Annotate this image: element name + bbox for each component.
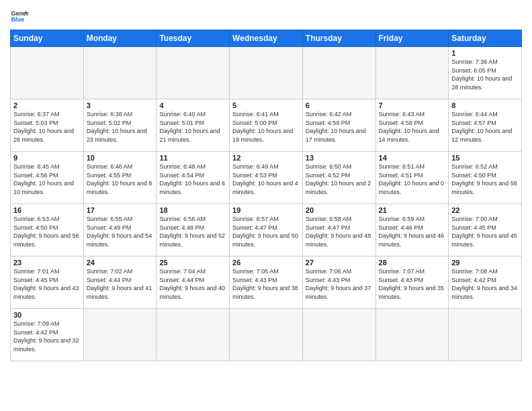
day-number: 15: [451, 154, 519, 162]
day-number: 7: [379, 101, 446, 109]
calendar-day-cell: 21Sunrise: 6:59 AM Sunset: 4:46 PM Dayli…: [375, 204, 449, 257]
day-info: Sunrise: 6:55 AM Sunset: 4:49 PM Dayligh…: [87, 215, 154, 248]
day-info: Sunrise: 7:05 AM Sunset: 4:43 PM Dayligh…: [232, 267, 300, 301]
day-info: Sunrise: 6:46 AM Sunset: 4:55 PM Dayligh…: [87, 163, 154, 196]
day-number: 23: [13, 259, 81, 267]
calendar-table: SundayMondayTuesdayWednesdayThursdayFrid…: [10, 30, 522, 361]
calendar-day-cell: 19Sunrise: 6:57 AM Sunset: 4:47 PM Dayli…: [230, 204, 303, 257]
calendar-day-cell: 10Sunrise: 6:46 AM Sunset: 4:55 PM Dayli…: [83, 152, 157, 204]
calendar-day-cell: 9Sunrise: 6:45 AM Sunset: 4:56 PM Daylig…: [11, 152, 84, 204]
day-info: Sunrise: 7:02 AM Sunset: 4:44 PM Dayligh…: [87, 267, 154, 301]
logo: General Blue: [10, 7, 29, 26]
calendar-day-cell: 20Sunrise: 6:58 AM Sunset: 4:47 PM Dayli…: [302, 204, 375, 257]
day-number: 16: [13, 206, 81, 214]
calendar-day-cell: 30Sunrise: 7:09 AM Sunset: 4:42 PM Dayli…: [11, 309, 84, 361]
day-info: Sunrise: 6:45 AM Sunset: 4:56 PM Dayligh…: [13, 163, 81, 196]
day-info: Sunrise: 7:04 AM Sunset: 4:44 PM Dayligh…: [159, 267, 226, 301]
calendar-day-cell: [375, 47, 449, 99]
calendar-header-row: SundayMondayTuesdayWednesdayThursdayFrid…: [11, 30, 522, 47]
calendar-day-cell: 12Sunrise: 6:49 AM Sunset: 4:53 PM Dayli…: [230, 152, 303, 204]
calendar-week-row: 23Sunrise: 7:01 AM Sunset: 4:45 PM Dayli…: [11, 257, 522, 309]
day-number: 9: [13, 154, 81, 162]
day-number: 28: [379, 259, 446, 267]
calendar-day-cell: 22Sunrise: 7:00 AM Sunset: 4:45 PM Dayli…: [449, 204, 522, 257]
day-info: Sunrise: 6:50 AM Sunset: 4:52 PM Dayligh…: [306, 163, 373, 196]
day-number: 27: [306, 259, 373, 267]
calendar-day-cell: 3Sunrise: 6:38 AM Sunset: 5:02 PM Daylig…: [83, 99, 157, 152]
day-of-week-header: Saturday: [449, 30, 522, 47]
calendar-day-cell: 5Sunrise: 6:41 AM Sunset: 5:00 PM Daylig…: [230, 99, 303, 152]
day-info: Sunrise: 7:00 AM Sunset: 4:45 PM Dayligh…: [451, 215, 519, 248]
header: General Blue: [10, 7, 522, 26]
day-info: Sunrise: 6:58 AM Sunset: 4:47 PM Dayligh…: [306, 215, 373, 248]
day-info: Sunrise: 7:09 AM Sunset: 4:42 PM Dayligh…: [13, 320, 81, 353]
day-info: Sunrise: 6:57 AM Sunset: 4:47 PM Dayligh…: [232, 215, 300, 248]
day-number: 1: [451, 49, 519, 57]
calendar-day-cell: 11Sunrise: 6:48 AM Sunset: 4:54 PM Dayli…: [157, 152, 230, 204]
day-info: Sunrise: 6:53 AM Sunset: 4:50 PM Dayligh…: [13, 215, 81, 248]
calendar-day-cell: [157, 47, 230, 99]
calendar-day-cell: 6Sunrise: 6:42 AM Sunset: 4:59 PM Daylig…: [302, 99, 375, 152]
day-number: 6: [306, 101, 373, 109]
day-info: Sunrise: 6:40 AM Sunset: 5:01 PM Dayligh…: [159, 110, 226, 144]
calendar-day-cell: 28Sunrise: 7:07 AM Sunset: 4:43 PM Dayli…: [375, 257, 449, 309]
day-info: Sunrise: 6:48 AM Sunset: 4:54 PM Dayligh…: [159, 163, 226, 196]
day-number: 12: [232, 154, 300, 162]
day-number: 29: [451, 259, 519, 267]
day-number: 30: [13, 311, 81, 319]
day-info: Sunrise: 6:38 AM Sunset: 5:02 PM Dayligh…: [87, 110, 154, 144]
calendar-day-cell: [230, 309, 303, 361]
calendar-day-cell: 29Sunrise: 7:08 AM Sunset: 4:42 PM Dayli…: [449, 257, 522, 309]
day-info: Sunrise: 6:41 AM Sunset: 5:00 PM Dayligh…: [232, 110, 300, 144]
day-info: Sunrise: 6:56 AM Sunset: 4:48 PM Dayligh…: [159, 215, 226, 248]
calendar-day-cell: [83, 47, 157, 99]
calendar-day-cell: 27Sunrise: 7:06 AM Sunset: 4:43 PM Dayli…: [302, 257, 375, 309]
generalblue-logo-icon: General Blue: [10, 7, 29, 26]
calendar-day-cell: 8Sunrise: 6:44 AM Sunset: 4:57 PM Daylig…: [449, 99, 522, 152]
day-info: Sunrise: 6:49 AM Sunset: 4:53 PM Dayligh…: [232, 163, 300, 196]
day-number: 20: [306, 206, 373, 214]
day-info: Sunrise: 7:07 AM Sunset: 4:43 PM Dayligh…: [379, 267, 446, 301]
calendar-week-row: 2Sunrise: 6:37 AM Sunset: 5:03 PM Daylig…: [11, 99, 522, 152]
day-info: Sunrise: 7:08 AM Sunset: 4:42 PM Dayligh…: [451, 267, 519, 301]
calendar-day-cell: [230, 47, 303, 99]
svg-text:Blue: Blue: [11, 16, 24, 23]
day-number: 3: [87, 101, 154, 109]
calendar-day-cell: [375, 309, 449, 361]
day-number: 5: [232, 101, 300, 109]
day-info: Sunrise: 7:06 AM Sunset: 4:43 PM Dayligh…: [306, 267, 373, 301]
calendar-day-cell: [157, 309, 230, 361]
day-of-week-header: Sunday: [11, 30, 84, 47]
calendar-day-cell: 7Sunrise: 6:43 AM Sunset: 4:58 PM Daylig…: [375, 99, 449, 152]
calendar-week-row: 16Sunrise: 6:53 AM Sunset: 4:50 PM Dayli…: [11, 204, 522, 257]
calendar-day-cell: 1Sunrise: 7:36 AM Sunset: 6:05 PM Daylig…: [449, 47, 522, 99]
day-info: Sunrise: 6:51 AM Sunset: 4:51 PM Dayligh…: [379, 163, 446, 196]
calendar-day-cell: 15Sunrise: 6:52 AM Sunset: 4:50 PM Dayli…: [449, 152, 522, 204]
day-info: Sunrise: 6:59 AM Sunset: 4:46 PM Dayligh…: [379, 215, 446, 248]
calendar-day-cell: 23Sunrise: 7:01 AM Sunset: 4:45 PM Dayli…: [11, 257, 84, 309]
day-of-week-header: Tuesday: [157, 30, 230, 47]
calendar-day-cell: [83, 309, 157, 361]
calendar-day-cell: 26Sunrise: 7:05 AM Sunset: 4:43 PM Dayli…: [230, 257, 303, 309]
day-number: 26: [232, 259, 300, 267]
day-number: 17: [87, 206, 154, 214]
day-info: Sunrise: 7:36 AM Sunset: 6:05 PM Dayligh…: [451, 58, 519, 91]
calendar-day-cell: 4Sunrise: 6:40 AM Sunset: 5:01 PM Daylig…: [157, 99, 230, 152]
day-number: 22: [451, 206, 519, 214]
day-of-week-header: Wednesday: [230, 30, 303, 47]
calendar-week-row: 30Sunrise: 7:09 AM Sunset: 4:42 PM Dayli…: [11, 309, 522, 361]
day-number: 14: [379, 154, 446, 162]
calendar-day-cell: [302, 309, 375, 361]
day-info: Sunrise: 6:42 AM Sunset: 4:59 PM Dayligh…: [306, 110, 373, 144]
day-of-week-header: Monday: [83, 30, 157, 47]
calendar-day-cell: [11, 47, 84, 99]
calendar-week-row: 9Sunrise: 6:45 AM Sunset: 4:56 PM Daylig…: [11, 152, 522, 204]
day-info: Sunrise: 6:43 AM Sunset: 4:58 PM Dayligh…: [379, 110, 446, 144]
day-of-week-header: Friday: [375, 30, 449, 47]
page: General Blue SundayMondayTuesdayWednesda…: [0, 0, 532, 411]
day-number: 11: [159, 154, 226, 162]
day-number: 10: [87, 154, 154, 162]
day-number: 4: [159, 101, 226, 109]
calendar-day-cell: 24Sunrise: 7:02 AM Sunset: 4:44 PM Dayli…: [83, 257, 157, 309]
day-number: 2: [13, 101, 81, 109]
